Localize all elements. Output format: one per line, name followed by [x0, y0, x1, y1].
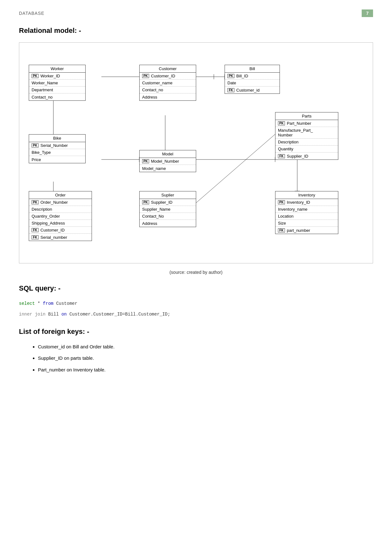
inventory-fk-badge: FK: [278, 228, 285, 232]
relational-model-heading: Relational model: -: [19, 27, 373, 35]
sql-inner-join: inner join: [19, 312, 48, 317]
model-field-2: Model_name: [140, 165, 196, 172]
inventory-pk-badge: PK: [278, 200, 285, 204]
order-field-3: Quantiry_Order: [29, 213, 92, 220]
order-field-1: PK Order_Number: [29, 199, 92, 206]
model-field-1: PK Model_Number: [140, 158, 196, 165]
bill-field-2: Date: [225, 80, 280, 87]
sql-rest: Customer.Customer_ID=Bill.Customer_ID;: [67, 312, 170, 317]
worker-field-3: Department: [29, 87, 85, 93]
entity-worker: Worker PK Worker_ID Worker_Name Departme…: [29, 65, 86, 101]
parts-field-3: Description: [275, 139, 338, 146]
sql-from-kw: from: [43, 301, 54, 306]
parts-fk-badge: FK: [278, 154, 285, 158]
sql-table1: Customer: [53, 301, 77, 306]
inventory-field-3: Location: [275, 213, 338, 220]
bike-field-3: Price: [29, 156, 85, 163]
sql-bill: Bill: [48, 312, 61, 317]
parts-pk-badge: PK: [278, 121, 285, 125]
order-field-6: FK Serial_number: [29, 234, 92, 241]
bike-field-2: Bike_Type: [29, 149, 85, 156]
sql-section: SQL query: - select * from Customer inne…: [19, 284, 373, 318]
inventory-field-1: PK Inventory_ID: [275, 199, 338, 206]
entity-model-title: Model: [140, 150, 196, 158]
parts-field-4: Quantity: [275, 146, 338, 153]
customer-pk-badge: PK: [142, 74, 149, 78]
diagram-area: Worker PK Worker_ID Worker_Name Departme…: [19, 42, 373, 263]
entity-parts: Parts PK Part_Number Manufacture_Part_Nu…: [275, 112, 338, 160]
fk-item-3: Part_number on Inventory table.: [38, 366, 373, 374]
customer-field-1: PK Customer_ID: [140, 73, 196, 80]
supplier-field-2: Supplier_Name: [140, 206, 196, 213]
inventory-field-5: FK part_number: [275, 227, 338, 234]
entity-bike-title: Bike: [29, 135, 85, 142]
customer-field-3: Contact_no: [140, 87, 196, 93]
entity-worker-title: Worker: [29, 65, 85, 73]
page-title: DATABASE: [19, 11, 45, 16]
parts-field-2: Manufacture_Part_Number: [275, 127, 338, 139]
entity-bill-title: Bill: [225, 65, 280, 73]
page-number: 7: [362, 9, 373, 17]
entity-parts-title: Parts: [275, 112, 338, 120]
parts-field-1: PK Part_Number: [275, 120, 338, 127]
sql-star: *: [35, 301, 43, 306]
entity-customer-title: Customer: [140, 65, 196, 73]
customer-field-2: Customer_name: [140, 80, 196, 87]
worker-field-4: Contact_no: [29, 93, 85, 100]
inventory-field-2: Inventory_name: [275, 206, 338, 213]
foreign-keys-heading: List of foreign keys: -: [19, 328, 373, 336]
supplier-field-4: Address: [140, 220, 196, 227]
bill-fk-badge: FK: [227, 88, 234, 92]
fk-item-1: Customer_id on Bill and Order table.: [38, 343, 373, 351]
worker-field-1: PK Worker_ID: [29, 73, 85, 80]
entity-bike: Bike PK Serial_Number Bike_Type Price: [29, 134, 86, 163]
order-pk-badge: PK: [32, 200, 39, 204]
entity-inventory: Inventory PK Inventory_ID Inventory_name…: [275, 191, 338, 234]
entity-order-title: Order: [29, 191, 92, 199]
sql-heading: SQL query: -: [19, 284, 373, 292]
entity-bill: Bill PK Bill_ID Date FK Customer_id: [225, 65, 280, 94]
worker-pk-badge: PK: [32, 74, 39, 78]
parts-field-5: FK Supplier_ID: [275, 153, 338, 160]
inventory-field-4: Size: [275, 220, 338, 227]
entity-supplier: Suplier PK Supplier_ID Supplier_Name Con…: [139, 191, 196, 227]
entity-inventory-title: Inventory: [275, 191, 338, 199]
bill-field-1: PK Bill_ID: [225, 73, 280, 80]
order-field-2: Description: [29, 206, 92, 213]
sql-select-kw: select: [19, 301, 35, 306]
page-header: DATABASE 7: [19, 9, 373, 17]
entity-supplier-title: Suplier: [140, 191, 196, 199]
order-fk1-badge: FK: [32, 228, 39, 232]
foreign-keys-section: List of foreign keys: - Customer_id on B…: [19, 328, 373, 374]
supplier-pk-badge: PK: [142, 200, 149, 204]
order-field-4: Shipping_Address: [29, 220, 92, 227]
supplier-field-1: PK Supplier_ID: [140, 199, 196, 206]
entity-order: Order PK Order_Number Description Quanti…: [29, 191, 92, 241]
sql-line-1: select * from Customer: [19, 300, 373, 307]
bike-field-1: PK Serial_Number: [29, 142, 85, 149]
svg-line-17: [191, 134, 275, 207]
worker-field-2: Worker_Name: [29, 80, 85, 87]
bill-field-3: FK Customer_id: [225, 87, 280, 93]
sql-line-2: inner join Bill on Customer.Customer_ID=…: [19, 311, 373, 318]
source-caption: (source: created by author): [19, 270, 373, 275]
bike-pk-badge: PK: [32, 143, 39, 148]
entity-model: Model PK Model_Number Model_name: [139, 150, 196, 172]
sql-on-kw: on: [61, 312, 67, 317]
foreign-keys-list: Customer_id on Bill and Order table. Sup…: [19, 343, 373, 374]
customer-field-4: Address: [140, 93, 196, 100]
fk-item-2: Supplier_ID on parts table.: [38, 355, 373, 362]
order-field-5: FK Customer_ID: [29, 227, 92, 234]
model-pk-badge: PK: [142, 159, 149, 163]
order-fk2-badge: FK: [32, 235, 39, 239]
supplier-field-3: Contact_No: [140, 213, 196, 220]
entity-customer: Customer PK Customer_ID Customer_name Co…: [139, 65, 196, 101]
bill-pk-badge: PK: [227, 74, 234, 78]
